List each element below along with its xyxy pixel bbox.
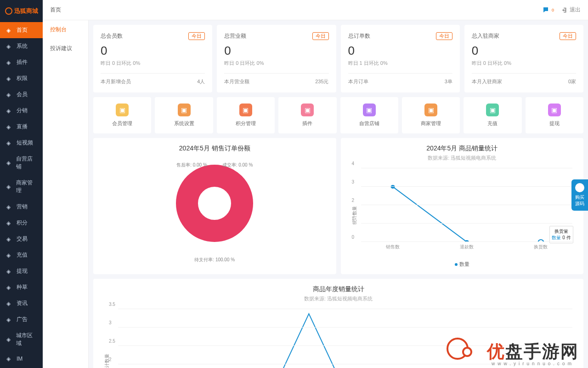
film-icon: ◈ [6, 140, 13, 146]
donut-label-pending: 待支付率: 100.00 % [194, 257, 235, 262]
sidebar-item-label: 会员 [17, 91, 28, 98]
exchange-icon: ◈ [6, 236, 13, 242]
stat-value: 0 [472, 44, 576, 58]
stat-title: 总入驻商家 [472, 32, 499, 40]
sidebar-item-puzzle[interactable]: ◈插件 [0, 54, 43, 70]
video-icon: ◈ [6, 124, 13, 130]
quicklink-自营店铺[interactable]: ▣自营店铺 [340, 97, 398, 133]
sidebar-item-image[interactable]: ◈广告 [0, 311, 43, 328]
sidebar-item-label: 充值 [17, 251, 28, 259]
stat-foot-value: 3单 [445, 78, 452, 85]
sidebar-item-film[interactable]: ◈短视频 [0, 135, 43, 151]
sidebar-item-label: 插件 [17, 58, 28, 66]
stat-title: 总会员数 [101, 32, 123, 40]
y-tick: 3 [109, 320, 112, 325]
quicklink-积分管理[interactable]: ▣积分管理 [217, 97, 275, 133]
stat-card: 总会员数今日0昨日 0 日环比 0%本月新增会员4人 [93, 25, 212, 92]
sidebar-item-bullhorn[interactable]: ◈营销 [0, 199, 43, 215]
sidebar-item-coin[interactable]: ◈积分 [0, 215, 43, 231]
quicklink-插件[interactable]: ▣插件 [278, 97, 336, 133]
stat-foot-label: 本月订单 [348, 78, 368, 85]
content: 总会员数今日0昨日 0 日环比 0%本月新增会员4人总营业额今日0昨日 0 日环… [89, 20, 588, 368]
sidebar-item-shop[interactable]: ◈自营店铺 [0, 151, 43, 175]
sidebar-item-city[interactable]: ◈城市区域 [0, 328, 43, 351]
quicklink-label: 插件 [281, 120, 334, 127]
sidebar-item-label: 交易 [17, 235, 28, 243]
sidebar-item-building[interactable]: ◈商家管理 [0, 175, 43, 199]
sidebar-item-label: 积分 [17, 219, 28, 227]
sidebar-item-group[interactable]: ◈会员 [0, 86, 43, 103]
stat-foot-value: 235元 [315, 78, 328, 85]
quicklink-提现[interactable]: ▣提现 [526, 97, 583, 133]
quicklink-label: 积分管理 [220, 120, 272, 127]
y-tick: 3 [352, 179, 355, 184]
sidebar-item-label: 广告 [17, 316, 28, 323]
sidebar-item-label: 资讯 [17, 299, 28, 307]
y-tick: 4 [352, 161, 355, 166]
quicklink-label: 系统设置 [158, 120, 210, 127]
logo-icon [5, 7, 12, 15]
sidebar-item-chat[interactable]: ◈IM [0, 351, 43, 366]
sidebar-item-share[interactable]: ◈分销 [0, 103, 43, 119]
stat-sub: 昨日 1 日环比 0% [348, 60, 452, 67]
subnav-item[interactable]: 投诉建议 [43, 39, 88, 58]
sidebar-item-flag[interactable]: ◈种草 [0, 279, 43, 295]
bullhorn-icon: ◈ [6, 204, 13, 210]
sidebar-item-user[interactable]: ◈权限 [0, 70, 43, 86]
stat-foot-label: 本月新增会员 [101, 78, 131, 85]
x-tick: 换货数 [534, 244, 548, 250]
chart-tooltip: 换货量 数量 0 件 [549, 226, 573, 243]
subnav-item[interactable]: 控制台 [43, 20, 88, 39]
quicklink-icon: ▣ [116, 104, 129, 116]
sidebar-item-label: 权限 [17, 75, 28, 82]
notification-icon[interactable]: 0 [543, 6, 554, 14]
donut-label-deal: 成交率: 0.00 % [222, 162, 253, 167]
stat-sub: 昨日 0 日环比 0% [101, 60, 205, 67]
stat-foot-value: 4人 [197, 78, 205, 85]
stat-badge: 今日 [312, 32, 329, 40]
group-icon: ◈ [6, 92, 13, 98]
sidebar-item-withdraw[interactable]: ◈提现 [0, 263, 43, 279]
sidebar-item-video[interactable]: ◈直播 [0, 119, 43, 135]
building-icon: ◈ [6, 184, 12, 190]
sidebar-item-home[interactable]: ◈首页 [0, 22, 43, 38]
quicklink-商家管理[interactable]: ▣商家管理 [402, 97, 460, 133]
y-tick: 2 [352, 198, 355, 203]
sidebar-item-label: 系统 [17, 42, 28, 50]
breadcrumb-home[interactable]: 首页 [50, 6, 543, 14]
line1-source: 数据来源: 迅狐短视频电商系统 [347, 155, 577, 161]
logout-button[interactable]: 退出 [561, 6, 581, 14]
sidebar-item-label: 提现 [17, 267, 28, 275]
sidebar-item-label: 分销 [17, 107, 28, 115]
stat-badge: 今日 [188, 32, 205, 40]
withdraw-icon: ◈ [6, 268, 13, 275]
sidebar-item-label: 商家管理 [16, 179, 36, 195]
shop-icon: ◈ [6, 160, 12, 166]
quicklink-充值[interactable]: ▣充值 [464, 97, 521, 133]
buy-source-button[interactable]: 购买源码 [571, 179, 588, 211]
flag-icon: ◈ [6, 284, 13, 291]
annual-source: 数据来源: 迅狐短视频电商系统 [100, 295, 577, 302]
sidebar-item-yen[interactable]: ◈充值 [0, 247, 43, 263]
stat-value: 0 [224, 44, 328, 58]
sidebar-item-gear[interactable]: ◈系统 [0, 38, 43, 54]
quicklink-icon: ▣ [301, 104, 314, 116]
stat-badge: 今日 [560, 32, 576, 40]
sidebar-item-label: IM [17, 356, 23, 362]
quicklink-会员管理[interactable]: ▣会员管理 [93, 97, 151, 133]
brand-name: 迅狐商城 [14, 7, 38, 15]
stat-foot-label: 本月入驻商家 [472, 78, 502, 85]
sidebar-item-exchange[interactable]: ◈交易 [0, 231, 43, 247]
user-icon: ◈ [6, 75, 13, 82]
stat-card: 总订单数今日0昨日 1 日环比 0%本月订单3单 [341, 25, 460, 92]
line1-title: 2024年5月 商品销量统计 [347, 144, 577, 153]
sidebar-item-msg[interactable]: ◈消息 [0, 366, 43, 368]
quicklink-label: 提现 [528, 120, 581, 127]
sidebar-item-news[interactable]: ◈资讯 [0, 295, 43, 311]
svg-point-1 [200, 189, 229, 218]
chat-bubble-icon [575, 183, 584, 192]
line1-legend: 数量 [347, 261, 577, 268]
quicklink-系统设置[interactable]: ▣系统设置 [155, 97, 213, 133]
stat-title: 总订单数 [348, 32, 370, 40]
donut-panel: 2024年5月 销售订单份额 售后率: 0.00 % 成交率: 0.00 % [93, 138, 336, 274]
